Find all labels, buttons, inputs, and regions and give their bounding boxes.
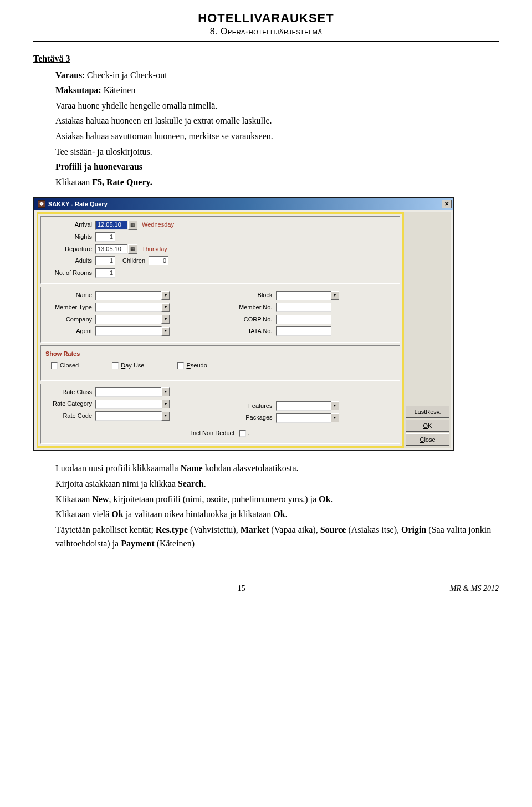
dropdown-icon[interactable]: ▾ — [161, 291, 170, 300]
page-number: 15 — [238, 584, 245, 593]
block-input[interactable] — [276, 291, 331, 300]
dropdown-icon[interactable]: ▾ — [161, 412, 170, 421]
task-line-4: Asiakas haluaa huoneen eri laskulle ja e… — [55, 114, 499, 128]
dayuse-cb-label: Day Use — [121, 361, 144, 371]
ok-button[interactable]: OK — [406, 420, 449, 432]
task-l2-rest: Käteinen — [101, 85, 136, 95]
departure-label: Departure — [45, 244, 95, 254]
rate-class-label: Rate Class — [45, 387, 95, 397]
doc-subtitle: 8. Opera-hotellijärjestelmä — [33, 27, 499, 37]
task-l8-pre: Klikataan — [55, 177, 92, 187]
after-line-1: Luodaan uusi profiili klikkaamalla Name … — [55, 461, 499, 476]
name-label: Name — [45, 290, 95, 300]
task-line-2: Maksutapa: Käteinen — [55, 83, 499, 98]
company-input[interactable] — [95, 315, 162, 324]
rate-class-input[interactable] — [95, 387, 162, 397]
close-icon[interactable]: ✕ — [442, 200, 452, 208]
member-no-input[interactable] — [276, 303, 331, 312]
arrival-label: Arrival — [45, 220, 95, 230]
dropdown-icon[interactable]: ▾ — [161, 400, 170, 408]
panel-show-rates: Show Rates Closed Day Use Pseudo — [40, 345, 400, 381]
closed-cb-label: Closed — [60, 361, 79, 371]
member-type-input[interactable] — [95, 303, 162, 312]
checkbox-icon — [177, 362, 184, 369]
departure-dayname: Thursday — [142, 244, 167, 254]
task-line-3: Varaa huone yhdelle hengelle omalla nime… — [55, 99, 499, 113]
member-no-label: Member No. — [232, 303, 276, 313]
packages-label: Packages — [232, 413, 276, 423]
nights-input[interactable]: 1 — [95, 232, 115, 242]
show-rates-title: Show Rates — [45, 349, 395, 359]
dialog-side-buttons: Last Resv. OK Close — [404, 212, 451, 448]
task-line-1: Varaus: Check-in ja Check-out — [55, 68, 499, 83]
rooms-input[interactable]: 1 — [95, 268, 115, 278]
arrival-dayname: Wednesday — [142, 220, 174, 230]
children-label: Children — [115, 256, 149, 266]
rate-query-dialog: ❖ SAKKY - Rate Query ✕ Arrival 12.05.10 … — [33, 197, 454, 451]
after-line-5: Täytetään pakolliset kentät; Res.type (V… — [55, 523, 499, 551]
dropdown-icon[interactable]: ▾ — [161, 315, 170, 324]
task-l2-bold: Maksutapa: — [55, 85, 101, 95]
block-label: Block — [232, 290, 276, 300]
incl-non-deduct-checkbox[interactable] — [239, 430, 246, 437]
departure-input[interactable]: 13.05.10 — [95, 244, 127, 254]
dropdown-icon[interactable]: ▾ — [331, 291, 339, 300]
pseudo-checkbox[interactable]: Pseudo — [177, 361, 207, 371]
dropdown-icon[interactable]: ▾ — [331, 413, 339, 422]
nights-label: Nights — [45, 232, 95, 242]
checkbox-icon — [51, 362, 58, 369]
panel-stay-details: Arrival 12.05.10 ▦ Wednesday Nights 1 De… — [40, 216, 400, 284]
dayuse-checkbox[interactable]: Day Use — [112, 361, 144, 371]
iata-no-input[interactable] — [276, 326, 331, 336]
dialog-titlebar[interactable]: ❖ SAKKY - Rate Query ✕ — [34, 198, 453, 210]
rate-category-label: Rate Category — [45, 399, 95, 409]
task-line-8: Klikataan F5, Rate Query. — [55, 175, 499, 190]
panel-profile-search: Name▾ Member Type▾ Company▾ Agent▾ Block… — [40, 287, 400, 342]
features-label: Features — [232, 401, 276, 411]
corp-no-input[interactable] — [276, 315, 331, 324]
panel-rate-filters: Rate Class▾ Rate Category▾ Rate Code▾ Fe… — [40, 384, 400, 445]
member-type-label: Member Type — [45, 303, 95, 313]
adults-input[interactable]: 1 — [95, 256, 115, 265]
task-l8-bold: F5, Rate Query. — [92, 177, 152, 187]
rate-category-input[interactable] — [95, 400, 162, 409]
task-line-6: Tee sisään- ja uloskirjoitus. — [55, 145, 499, 159]
rooms-label: No. of Rooms — [45, 268, 95, 278]
pseudo-cb-label: Pseudo — [186, 361, 207, 371]
dropdown-icon[interactable]: ▾ — [161, 387, 170, 396]
dropdown-icon[interactable]: ▾ — [161, 303, 170, 312]
arrival-input[interactable]: 12.05.10 — [95, 221, 127, 230]
app-icon: ❖ — [38, 200, 45, 208]
task-l1-rest: : Check-in ja Check-out — [82, 70, 167, 80]
task-line-7: Profiili ja huonevaraus — [55, 160, 499, 174]
rate-code-input[interactable] — [95, 411, 162, 421]
iata-no-label: IATA No. — [232, 326, 276, 336]
task-line-5: Asiakas haluaa savuttoman huoneen, merki… — [55, 129, 499, 144]
rate-code-label: Rate Code — [45, 411, 95, 421]
incl-non-deduct-label: Incl Non Deduct — [191, 428, 238, 438]
dropdown-icon[interactable]: ▾ — [331, 401, 339, 410]
features-input[interactable] — [276, 401, 331, 411]
packages-input[interactable] — [276, 413, 331, 423]
adults-label: Adults — [45, 256, 95, 266]
agent-input[interactable] — [95, 326, 162, 336]
calendar-icon[interactable]: ▦ — [128, 221, 137, 230]
header-divider — [33, 41, 499, 42]
closed-checkbox[interactable]: Closed — [51, 361, 79, 371]
doc-main-title: Hotellivaraukset — [33, 11, 499, 25]
task-l1-bold: Varaus — [55, 70, 82, 80]
dropdown-icon[interactable]: ▾ — [161, 327, 170, 336]
company-label: Company — [45, 315, 95, 325]
last-resv-button[interactable]: Last Resv. — [406, 406, 449, 418]
agent-label: Agent — [45, 326, 95, 336]
children-input[interactable]: 0 — [149, 256, 168, 265]
dialog-title: SAKKY - Rate Query — [48, 200, 108, 210]
name-input[interactable] — [95, 291, 162, 300]
after-line-4: Klikataan vielä Ok ja valitaan oikea hin… — [55, 507, 499, 522]
task-heading: Tehtävä 3 — [33, 52, 499, 66]
calendar-icon[interactable]: ▦ — [128, 244, 137, 254]
checkbox-icon — [112, 362, 119, 369]
incl-dot: . — [248, 428, 249, 438]
after-line-2: Kirjoita asiakkaan nimi ja klikkaa Searc… — [55, 477, 499, 491]
close-button[interactable]: Close — [406, 433, 449, 446]
